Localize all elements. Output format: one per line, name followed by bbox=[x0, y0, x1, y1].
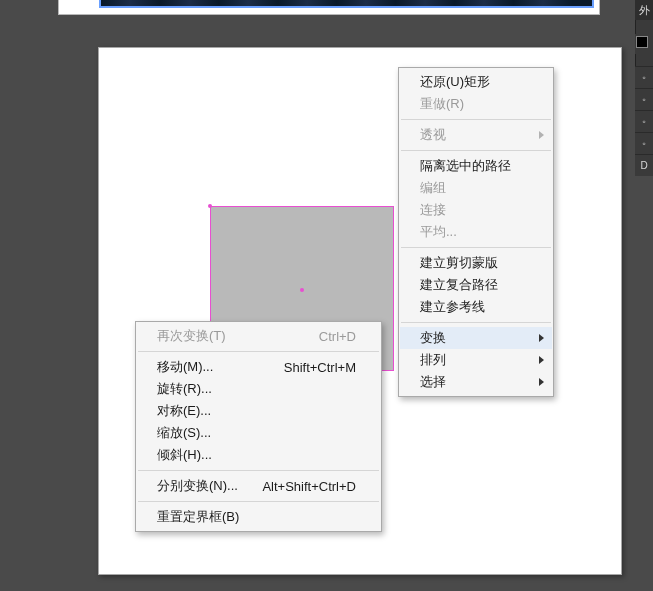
menu-undo[interactable]: 还原(U)矩形 bbox=[400, 71, 552, 93]
menu-group-label: 编组 bbox=[420, 179, 446, 197]
menu-arrange[interactable]: 排列 bbox=[400, 349, 552, 371]
submenu-reset-bounding-box[interactable]: 重置定界框(B) bbox=[137, 506, 380, 528]
menu-transform-label: 变换 bbox=[420, 329, 446, 347]
chevron-right-icon bbox=[539, 131, 544, 139]
selection-center-handle[interactable] bbox=[300, 288, 304, 292]
chevron-right-icon bbox=[539, 334, 544, 342]
side-panel-item-5[interactable]: D bbox=[635, 154, 653, 176]
menu-perspective-label: 透视 bbox=[420, 126, 446, 144]
submenu-reflect-label: 对称(E)... bbox=[157, 402, 211, 420]
menu-join-label: 连接 bbox=[420, 201, 446, 219]
submenu-move-shortcut: Shift+Ctrl+M bbox=[284, 360, 356, 375]
menu-isolate[interactable]: 隔离选中的路径 bbox=[400, 155, 552, 177]
submenu-again-shortcut: Ctrl+D bbox=[319, 329, 356, 344]
chevron-right-icon bbox=[539, 356, 544, 364]
submenu-again-label: 再次变换(T) bbox=[157, 327, 226, 345]
menu-group[interactable]: 编组 bbox=[400, 177, 552, 199]
menu-separator bbox=[401, 119, 551, 120]
menu-make-compound-path[interactable]: 建立复合路径 bbox=[400, 274, 552, 296]
document-tab-bar: Illustrator bbox=[58, 0, 600, 15]
menu-make-guides[interactable]: 建立参考线 bbox=[400, 296, 552, 318]
menu-make-clipping-mask[interactable]: 建立剪切蒙版 bbox=[400, 252, 552, 274]
menu-transform[interactable]: 变换 bbox=[400, 327, 552, 349]
submenu-reset-label: 重置定界框(B) bbox=[157, 508, 239, 526]
submenu-rotate-label: 旋转(R)... bbox=[157, 380, 212, 398]
side-panel-item-4[interactable]: ◦ bbox=[635, 132, 653, 154]
submenu-transform-again[interactable]: 再次变换(T) Ctrl+D bbox=[137, 325, 380, 347]
submenu-each-label: 分别变换(N)... bbox=[157, 477, 238, 495]
context-menu: 还原(U)矩形 重做(R) 透视 隔离选中的路径 编组 连接 平均... 建立剪… bbox=[398, 67, 554, 397]
menu-isolate-label: 隔离选中的路径 bbox=[420, 157, 511, 175]
side-panel-item-2[interactable]: ◦ bbox=[635, 88, 653, 110]
side-panel-item-1[interactable]: ◦ bbox=[635, 66, 653, 88]
menu-clip-label: 建立剪切蒙版 bbox=[420, 254, 498, 272]
side-panel-item-3[interactable]: ◦ bbox=[635, 110, 653, 132]
menu-guides-label: 建立参考线 bbox=[420, 298, 485, 316]
menu-redo[interactable]: 重做(R) bbox=[400, 93, 552, 115]
submenu-scale-label: 缩放(S)... bbox=[157, 424, 211, 442]
menu-separator bbox=[401, 150, 551, 151]
menu-average-label: 平均... bbox=[420, 223, 457, 241]
menu-undo-label: 还原(U)矩形 bbox=[420, 73, 490, 91]
menu-join[interactable]: 连接 bbox=[400, 199, 552, 221]
submenu-reflect[interactable]: 对称(E)... bbox=[137, 400, 380, 422]
menu-arrange-label: 排列 bbox=[420, 351, 446, 369]
selection-corner-handle[interactable] bbox=[208, 204, 212, 208]
menu-separator bbox=[401, 322, 551, 323]
submenu-move[interactable]: 移动(M)... Shift+Ctrl+M bbox=[137, 356, 380, 378]
menu-select[interactable]: 选择 bbox=[400, 371, 552, 393]
submenu-scale[interactable]: 缩放(S)... bbox=[137, 422, 380, 444]
menu-separator bbox=[401, 247, 551, 248]
menu-average[interactable]: 平均... bbox=[400, 221, 552, 243]
menu-separator bbox=[138, 501, 379, 502]
menu-perspective[interactable]: 透视 bbox=[400, 124, 552, 146]
menu-select-label: 选择 bbox=[420, 373, 446, 391]
fill-swatch-chip bbox=[636, 36, 648, 48]
transform-submenu: 再次变换(T) Ctrl+D 移动(M)... Shift+Ctrl+M 旋转(… bbox=[135, 321, 382, 532]
right-panel-header: 外 bbox=[635, 0, 653, 20]
submenu-shear-label: 倾斜(H)... bbox=[157, 446, 212, 464]
fill-swatch[interactable] bbox=[635, 34, 653, 54]
submenu-shear[interactable]: 倾斜(H)... bbox=[137, 444, 380, 466]
submenu-transform-each[interactable]: 分别变换(N)... Alt+Shift+Ctrl+D bbox=[137, 475, 380, 497]
menu-redo-label: 重做(R) bbox=[420, 95, 464, 113]
menu-separator bbox=[138, 470, 379, 471]
chevron-right-icon bbox=[539, 378, 544, 386]
menu-compound-label: 建立复合路径 bbox=[420, 276, 498, 294]
menu-separator bbox=[138, 351, 379, 352]
submenu-rotate[interactable]: 旋转(R)... bbox=[137, 378, 380, 400]
submenu-each-shortcut: Alt+Shift+Ctrl+D bbox=[262, 479, 356, 494]
submenu-move-label: 移动(M)... bbox=[157, 358, 213, 376]
thumbnail-strip bbox=[99, 0, 594, 8]
